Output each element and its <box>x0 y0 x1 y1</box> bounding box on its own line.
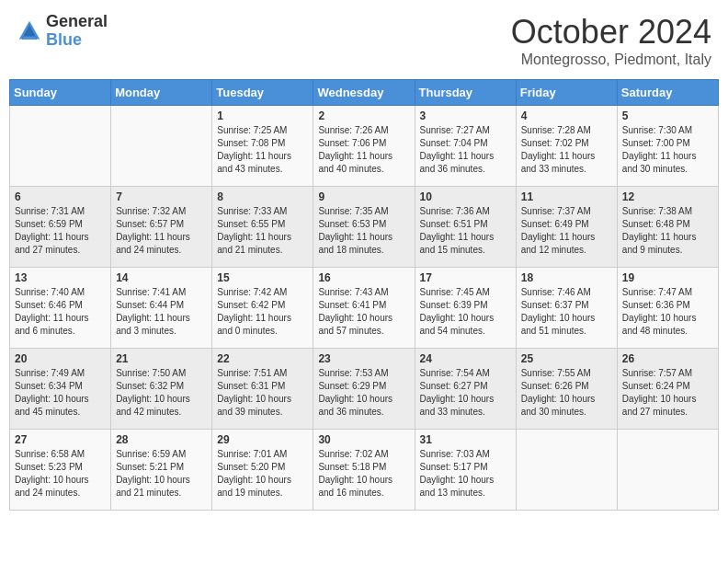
day-number: 7 <box>116 190 207 203</box>
day-info: Sunrise: 7:25 AM Sunset: 7:08 PM Dayligh… <box>217 124 308 176</box>
day-info: Sunrise: 7:36 AM Sunset: 6:51 PM Dayligh… <box>420 205 511 257</box>
day-info: Sunrise: 7:40 AM Sunset: 6:46 PM Dayligh… <box>15 286 106 338</box>
day-header-monday: Monday <box>111 80 212 106</box>
calendar-cell: 7Sunrise: 7:32 AM Sunset: 6:57 PM Daylig… <box>111 187 212 268</box>
calendar-cell <box>617 430 718 511</box>
day-number: 4 <box>521 109 612 122</box>
day-info: Sunrise: 7:26 AM Sunset: 7:06 PM Dayligh… <box>318 124 409 176</box>
day-info: Sunrise: 7:49 AM Sunset: 6:34 PM Dayligh… <box>15 367 106 419</box>
calendar-cell: 6Sunrise: 7:31 AM Sunset: 6:59 PM Daylig… <box>10 187 111 268</box>
location-title: Montegrosso, Piedmont, Italy <box>511 52 711 68</box>
calendar-week-5: 27Sunrise: 6:58 AM Sunset: 5:23 PM Dayli… <box>10 430 719 511</box>
day-number: 17 <box>420 271 511 284</box>
calendar-cell: 13Sunrise: 7:40 AM Sunset: 6:46 PM Dayli… <box>10 268 111 349</box>
logo: General Blue <box>17 13 108 50</box>
calendar-cell: 26Sunrise: 7:57 AM Sunset: 6:24 PM Dayli… <box>617 349 718 430</box>
calendar-cell: 24Sunrise: 7:54 AM Sunset: 6:27 PM Dayli… <box>415 349 516 430</box>
calendar-cell: 23Sunrise: 7:53 AM Sunset: 6:29 PM Dayli… <box>313 349 415 430</box>
day-info: Sunrise: 7:55 AM Sunset: 6:26 PM Dayligh… <box>521 367 612 419</box>
day-number: 14 <box>116 271 207 284</box>
day-info: Sunrise: 7:02 AM Sunset: 5:18 PM Dayligh… <box>318 448 409 500</box>
calendar-week-3: 13Sunrise: 7:40 AM Sunset: 6:46 PM Dayli… <box>10 268 719 349</box>
day-number: 9 <box>318 190 409 203</box>
day-number: 15 <box>217 271 308 284</box>
day-info: Sunrise: 7:57 AM Sunset: 6:24 PM Dayligh… <box>622 367 713 419</box>
logo-blue: Blue <box>46 31 108 50</box>
day-number: 19 <box>622 271 713 284</box>
day-number: 10 <box>420 190 511 203</box>
day-number: 16 <box>318 271 409 284</box>
day-header-sunday: Sunday <box>10 80 111 106</box>
day-number: 23 <box>318 352 409 365</box>
day-number: 26 <box>622 352 713 365</box>
day-number: 22 <box>217 352 308 365</box>
calendar-week-4: 20Sunrise: 7:49 AM Sunset: 6:34 PM Dayli… <box>10 349 719 430</box>
day-info: Sunrise: 7:32 AM Sunset: 6:57 PM Dayligh… <box>116 205 207 257</box>
calendar-cell: 21Sunrise: 7:50 AM Sunset: 6:32 PM Dayli… <box>111 349 212 430</box>
day-header-tuesday: Tuesday <box>212 80 313 106</box>
day-number: 25 <box>521 352 612 365</box>
calendar-cell: 30Sunrise: 7:02 AM Sunset: 5:18 PM Dayli… <box>313 430 415 511</box>
calendar-cell: 4Sunrise: 7:28 AM Sunset: 7:02 PM Daylig… <box>516 106 617 187</box>
calendar-cell: 3Sunrise: 7:27 AM Sunset: 7:04 PM Daylig… <box>415 106 516 187</box>
logo-general: General <box>46 13 108 31</box>
day-info: Sunrise: 7:35 AM Sunset: 6:53 PM Dayligh… <box>318 205 409 257</box>
day-header-thursday: Thursday <box>415 80 516 106</box>
calendar-cell: 1Sunrise: 7:25 AM Sunset: 7:08 PM Daylig… <box>212 106 313 187</box>
calendar-cell: 18Sunrise: 7:46 AM Sunset: 6:37 PM Dayli… <box>516 268 617 349</box>
day-info: Sunrise: 7:43 AM Sunset: 6:41 PM Dayligh… <box>318 286 409 338</box>
title-block: October 2024 Montegrosso, Piedmont, Ital… <box>511 13 711 68</box>
day-number: 21 <box>116 352 207 365</box>
page-header: General Blue October 2024 Montegrosso, P… <box>9 9 719 72</box>
calendar-cell: 2Sunrise: 7:26 AM Sunset: 7:06 PM Daylig… <box>313 106 415 187</box>
day-number: 30 <box>318 433 409 446</box>
day-info: Sunrise: 7:46 AM Sunset: 6:37 PM Dayligh… <box>521 286 612 338</box>
calendar-cell: 22Sunrise: 7:51 AM Sunset: 6:31 PM Dayli… <box>212 349 313 430</box>
day-info: Sunrise: 7:54 AM Sunset: 6:27 PM Dayligh… <box>420 367 511 419</box>
day-number: 20 <box>15 352 106 365</box>
day-info: Sunrise: 7:50 AM Sunset: 6:32 PM Dayligh… <box>116 367 207 419</box>
calendar-cell: 12Sunrise: 7:38 AM Sunset: 6:48 PM Dayli… <box>617 187 718 268</box>
calendar-cell <box>10 106 111 187</box>
day-number: 8 <box>217 190 308 203</box>
calendar-cell: 27Sunrise: 6:58 AM Sunset: 5:23 PM Dayli… <box>10 430 111 511</box>
calendar-cell: 20Sunrise: 7:49 AM Sunset: 6:34 PM Dayli… <box>10 349 111 430</box>
calendar-cell: 31Sunrise: 7:03 AM Sunset: 5:17 PM Dayli… <box>415 430 516 511</box>
day-info: Sunrise: 7:28 AM Sunset: 7:02 PM Dayligh… <box>521 124 612 176</box>
day-number: 27 <box>15 433 106 446</box>
calendar-cell: 19Sunrise: 7:47 AM Sunset: 6:36 PM Dayli… <box>617 268 718 349</box>
day-number: 5 <box>622 109 713 122</box>
day-number: 1 <box>217 109 308 122</box>
calendar-week-1: 1Sunrise: 7:25 AM Sunset: 7:08 PM Daylig… <box>10 106 719 187</box>
day-header-saturday: Saturday <box>617 80 718 106</box>
day-number: 12 <box>622 190 713 203</box>
calendar-cell: 17Sunrise: 7:45 AM Sunset: 6:39 PM Dayli… <box>415 268 516 349</box>
calendar-cell: 9Sunrise: 7:35 AM Sunset: 6:53 PM Daylig… <box>313 187 415 268</box>
day-number: 6 <box>15 190 106 203</box>
day-info: Sunrise: 7:31 AM Sunset: 6:59 PM Dayligh… <box>15 205 106 257</box>
day-number: 13 <box>15 271 106 284</box>
logo-text: General Blue <box>46 13 108 50</box>
calendar-cell: 25Sunrise: 7:55 AM Sunset: 6:26 PM Dayli… <box>516 349 617 430</box>
svg-rect-2 <box>23 36 36 39</box>
day-number: 18 <box>521 271 612 284</box>
calendar-cell <box>111 106 212 187</box>
day-info: Sunrise: 7:27 AM Sunset: 7:04 PM Dayligh… <box>420 124 511 176</box>
day-number: 31 <box>420 433 511 446</box>
day-info: Sunrise: 7:47 AM Sunset: 6:36 PM Dayligh… <box>622 286 713 338</box>
calendar-cell: 15Sunrise: 7:42 AM Sunset: 6:42 PM Dayli… <box>212 268 313 349</box>
day-info: Sunrise: 7:33 AM Sunset: 6:55 PM Dayligh… <box>217 205 308 257</box>
calendar-cell: 10Sunrise: 7:36 AM Sunset: 6:51 PM Dayli… <box>415 187 516 268</box>
day-info: Sunrise: 7:30 AM Sunset: 7:00 PM Dayligh… <box>622 124 713 176</box>
calendar-cell: 5Sunrise: 7:30 AM Sunset: 7:00 PM Daylig… <box>617 106 718 187</box>
day-info: Sunrise: 6:58 AM Sunset: 5:23 PM Dayligh… <box>15 448 106 500</box>
calendar-cell: 28Sunrise: 6:59 AM Sunset: 5:21 PM Dayli… <box>111 430 212 511</box>
calendar-cell: 29Sunrise: 7:01 AM Sunset: 5:20 PM Dayli… <box>212 430 313 511</box>
day-info: Sunrise: 7:01 AM Sunset: 5:20 PM Dayligh… <box>217 448 308 500</box>
day-info: Sunrise: 7:41 AM Sunset: 6:44 PM Dayligh… <box>116 286 207 338</box>
month-title: October 2024 <box>511 13 711 52</box>
day-number: 24 <box>420 352 511 365</box>
day-number: 3 <box>420 109 511 122</box>
day-info: Sunrise: 7:51 AM Sunset: 6:31 PM Dayligh… <box>217 367 308 419</box>
day-info: Sunrise: 7:38 AM Sunset: 6:48 PM Dayligh… <box>622 205 713 257</box>
